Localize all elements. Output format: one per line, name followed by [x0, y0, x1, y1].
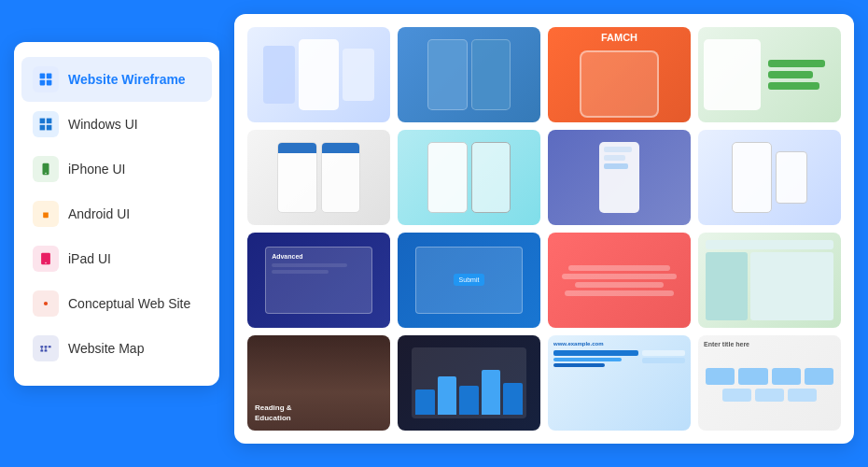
sidebar-item-windows-ui[interactable]: Windows UI: [21, 102, 212, 147]
grid-item-g15[interactable]: www.example.com: [548, 335, 691, 431]
grid-item-g10[interactable]: Submit: [398, 233, 540, 328]
grid-item-g7[interactable]: [548, 130, 691, 225]
sidebar-item-website-map[interactable]: Website Map: [21, 326, 212, 371]
template-grid: FAMCHAdvancedSubmitReading &Educationwww…: [247, 27, 841, 431]
svg-rect-13: [40, 346, 43, 347]
svg-rect-2: [40, 80, 46, 86]
grid-item-g9[interactable]: Advanced: [247, 233, 390, 328]
grid-item-g4[interactable]: [698, 27, 841, 122]
svg-rect-16: [40, 349, 43, 351]
website-wireframe-icon: [33, 66, 59, 92]
main-container: Website WireframeWindows UIiPhone UIAndr…: [14, 14, 854, 453]
grid-item-g14[interactable]: [398, 335, 540, 431]
grid-item-g1[interactable]: [247, 27, 390, 122]
sidebar-item-website-wireframe[interactable]: Website Wireframe: [21, 57, 212, 102]
svg-rect-14: [45, 346, 48, 347]
windows-ui-icon: [33, 111, 59, 137]
sidebar-item-label: iPhone UI: [68, 162, 125, 177]
grid-item-g3[interactable]: FAMCH: [548, 27, 691, 122]
svg-rect-5: [47, 119, 52, 124]
sidebar-item-label: Website Map: [68, 341, 144, 356]
grid-item-g5[interactable]: [247, 130, 390, 225]
grid-item-g13[interactable]: Reading &Education: [247, 335, 390, 431]
svg-point-12: [44, 302, 48, 305]
website-map-icon: [33, 335, 59, 361]
svg-rect-3: [47, 80, 52, 86]
svg-rect-0: [40, 74, 46, 79]
conceptual-web-icon: [33, 290, 59, 317]
android-ui-icon: [33, 201, 59, 227]
svg-point-11: [45, 262, 46, 263]
sidebar-item-label: Website Wireframe: [68, 72, 186, 87]
grid-item-g2[interactable]: [398, 27, 540, 122]
grid-item-g11[interactable]: [548, 233, 691, 328]
sidebar-item-android-ui[interactable]: Android UI: [21, 191, 212, 236]
sidebar: Website WireframeWindows UIiPhone UIAndr…: [14, 42, 219, 386]
svg-rect-4: [40, 119, 46, 124]
svg-rect-15: [49, 346, 51, 347]
sidebar-item-label: iPad UI: [68, 251, 111, 266]
ipad-ui-icon: [33, 246, 59, 272]
grid-item-g16[interactable]: Enter title here: [698, 335, 841, 431]
sidebar-item-label: Android UI: [68, 206, 130, 221]
svg-rect-1: [47, 74, 52, 79]
svg-rect-17: [45, 349, 48, 351]
svg-point-9: [45, 173, 46, 174]
sidebar-item-conceptual-web[interactable]: Conceptual Web Site: [21, 281, 212, 326]
sidebar-item-ipad-ui[interactable]: iPad UI: [21, 236, 212, 281]
iphone-ui-icon: [33, 156, 59, 182]
grid-item-g8[interactable]: [698, 130, 841, 225]
sidebar-item-label: Windows UI: [68, 117, 138, 132]
content-panel: FAMCHAdvancedSubmitReading &Educationwww…: [234, 14, 854, 444]
grid-item-g12[interactable]: [698, 233, 841, 328]
sidebar-item-label: Conceptual Web Site: [68, 296, 190, 311]
sidebar-item-iphone-ui[interactable]: iPhone UI: [21, 147, 212, 191]
grid-item-g6[interactable]: [398, 130, 540, 225]
svg-rect-7: [47, 125, 52, 131]
svg-rect-6: [40, 125, 46, 131]
